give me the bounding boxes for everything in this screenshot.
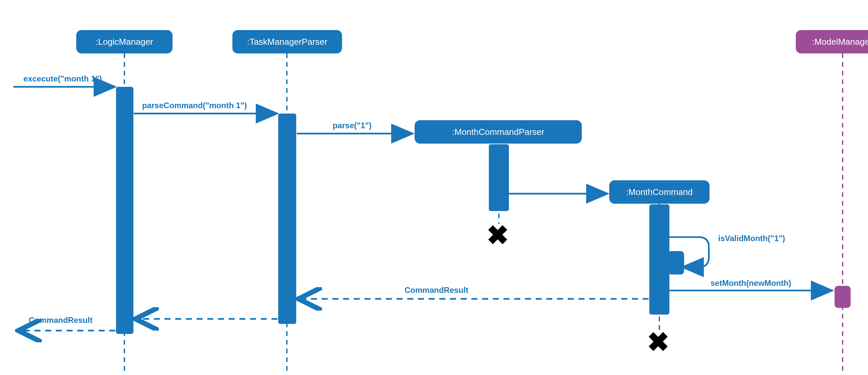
msg-set-month: setMonth(newMonth) [711,278,791,288]
msg-execute: excecute("month 1") [23,74,102,83]
activation-isvalidmonth-self [668,251,684,274]
msg-command-result-1: CommandResult [405,285,468,295]
sequence-diagram: :LogicManager :TaskManagerParser :MonthC… [0,0,868,375]
destroy-month-command-icon: ✖ [647,329,670,355]
activation-logic-manager [116,87,133,334]
msg-parse: parse("1") [333,121,371,130]
participant-model-manager: :ModelManager [796,30,868,54]
msg-parse-command: parseCommand("month 1") [142,101,247,110]
participant-logic-manager: :LogicManager [76,30,173,54]
msg-is-valid-month: isValidMonth("1") [718,234,785,243]
participant-task-manager-parser: :TaskManagerParser [232,30,342,54]
participant-month-command-parser: :MonthCommandParser [414,120,582,144]
activation-task-manager-parser [278,113,296,324]
msg-command-result-2: CommandResult [29,315,93,325]
activation-model-manager [835,286,850,308]
destroy-month-command-parser-icon: ✖ [487,222,509,249]
activation-month-command-parser [489,144,509,211]
activation-month-command [649,204,670,314]
participant-month-command: :MonthCommand [609,180,710,204]
